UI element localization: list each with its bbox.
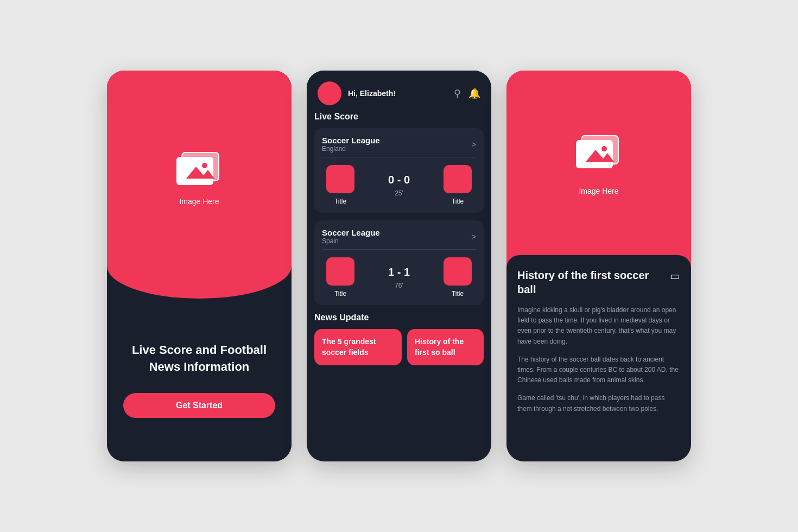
match-row-spain: Title 1 - 1 76' Title	[322, 257, 476, 297]
team2-title-spain: Title	[452, 290, 464, 297]
score-spain: 1 - 1 76'	[388, 266, 410, 289]
team1-title-england: Title	[334, 198, 346, 205]
home-content: Live Score Soccer League England > Title	[307, 112, 491, 461]
screen-1-top: Image Here	[107, 71, 292, 299]
image-here-label: Image Here	[179, 197, 219, 206]
news-title: News Update	[314, 313, 484, 322]
team2-logo-spain	[444, 257, 472, 286]
article-content: History of the first soccer ball ▭ Imagi…	[506, 255, 691, 461]
league-country-england: England	[322, 145, 380, 153]
hero-image-icon	[172, 147, 226, 191]
score-text-spain: 1 - 1	[388, 266, 410, 278]
team2-england: Title	[444, 165, 472, 205]
user-info: Hi, Elizabeth!	[318, 81, 396, 105]
live-score-title: Live Score	[314, 112, 484, 122]
svg-point-7	[601, 146, 607, 151]
league-country-spain: Spain	[322, 237, 380, 245]
team1-logo-england	[326, 165, 354, 193]
app-tagline: Live Score and Football News Information	[123, 342, 275, 376]
article-paragraph-1: Imagine kicking a skull or pig's bladder…	[517, 305, 680, 347]
search-icon[interactable]: ⚲	[454, 87, 461, 99]
match-row-england: Title 0 - 0 25' Title	[322, 165, 476, 205]
league-info-england: Soccer League England	[322, 136, 380, 153]
league-name-spain: Soccer League	[322, 228, 380, 237]
team1-spain: Title	[326, 257, 354, 297]
chevron-icon-spain[interactable]: >	[472, 232, 476, 241]
svg-point-3	[202, 163, 207, 168]
news-section: News Update The 5 grandest soccer fields…	[314, 313, 484, 365]
screen-1-bottom: Live Score and Football News Information…	[107, 299, 292, 461]
league-info-spain: Soccer League Spain	[322, 228, 380, 245]
league-card-spain: Soccer League Spain > Title 1 - 1 76'	[314, 220, 484, 305]
team2-title-england: Title	[452, 198, 464, 205]
screens-container: Image Here Live Score and Football News …	[85, 49, 713, 483]
team2-logo-england	[444, 165, 472, 193]
news-card-1-title: The 5 grandest soccer fields	[322, 337, 376, 357]
news-card-1[interactable]: The 5 grandest soccer fields	[314, 329, 402, 365]
get-started-button[interactable]: Get Started	[123, 393, 275, 418]
league-header-spain: Soccer League Spain >	[322, 228, 476, 245]
news-cards: The 5 grandest soccer fields History of …	[314, 329, 484, 365]
team2-spain: Title	[444, 257, 472, 297]
article-image-label: Image Here	[579, 187, 618, 195]
chevron-icon-england[interactable]: >	[472, 140, 476, 149]
team1-england: Title	[326, 165, 354, 205]
league-name-england: Soccer League	[322, 136, 380, 145]
article-title: History of the first soccer ball	[517, 268, 663, 296]
league-header-england: Soccer League England >	[322, 136, 476, 153]
notification-icon[interactable]: 🔔	[468, 87, 480, 99]
home-header: Hi, Elizabeth! ⚲ 🔔	[307, 71, 491, 112]
team1-title-spain: Title	[334, 290, 346, 297]
article-header: History of the first soccer ball ▭	[517, 268, 680, 296]
greeting-text: Hi, Elizabeth!	[348, 88, 396, 98]
league-card-england: Soccer League England > Title 0 - 0 25'	[314, 128, 484, 213]
team1-logo-spain	[326, 257, 354, 286]
article-paragraph-3: Game called 'tsu chu', in which players …	[517, 393, 680, 414]
league-divider-england	[322, 157, 476, 157]
screen-article: Image Here History of the first soccer b…	[506, 71, 691, 461]
news-card-2[interactable]: History of the first so ball	[407, 329, 484, 365]
bookmark-icon[interactable]: ▭	[670, 269, 680, 282]
article-image-icon	[572, 130, 626, 174]
league-divider-spain	[322, 249, 476, 250]
news-card-2-title: History of the first so ball	[415, 337, 464, 357]
screen-onboarding: Image Here Live Score and Football News …	[107, 71, 292, 461]
article-paragraph-2: The history of the soccer ball dates bac…	[517, 354, 680, 386]
match-time-spain: 76'	[395, 282, 403, 289]
screen-home: Hi, Elizabeth! ⚲ 🔔 Live Score Soccer Lea…	[307, 71, 491, 461]
screen-3-top: Image Here	[506, 71, 691, 255]
score-england: 0 - 0 25'	[388, 174, 410, 197]
score-text-england: 0 - 0	[388, 174, 410, 186]
match-time-england: 25'	[395, 189, 403, 197]
header-icons: ⚲ 🔔	[454, 87, 480, 99]
avatar	[318, 81, 341, 105]
